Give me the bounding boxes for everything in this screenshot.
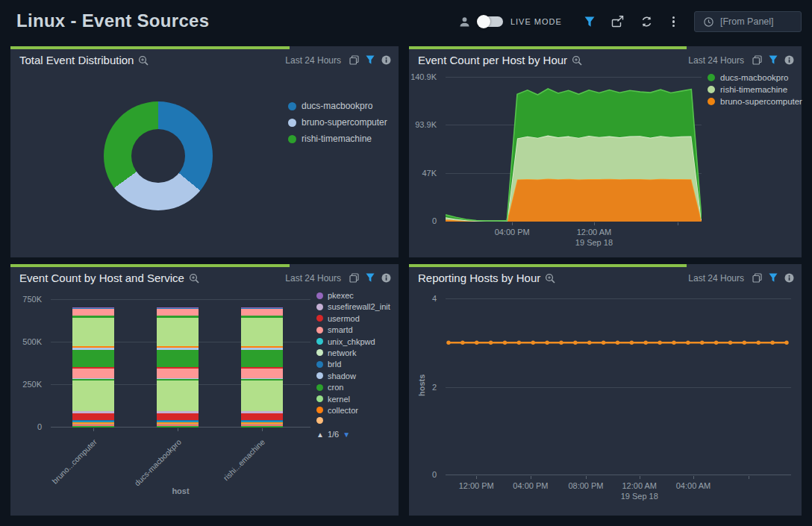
legend-item[interactable]: unix_chkpwd <box>316 337 396 346</box>
zoom-icon[interactable] <box>189 273 199 284</box>
legend-item[interactable]: usermod <box>316 314 396 323</box>
legend-item[interactable]: rishi-timemachine <box>288 134 387 144</box>
x-tick-mark <box>178 428 178 431</box>
info-icon[interactable] <box>381 55 391 65</box>
user-icon[interactable] <box>459 16 470 28</box>
legend-item[interactable]: cron <box>316 383 396 392</box>
copy-icon[interactable] <box>349 55 359 65</box>
x-tick-label: 08:00 PM <box>568 481 603 490</box>
legend-item[interactable]: ducs-macbookpro <box>288 101 387 111</box>
zoom-icon[interactable] <box>545 273 555 284</box>
donut-chart[interactable] <box>104 101 213 210</box>
refresh-icon[interactable] <box>640 16 653 28</box>
legend-swatch <box>288 102 296 110</box>
bar-segment <box>72 369 114 378</box>
bar-segment <box>157 350 199 367</box>
legend-item[interactable]: smartd <box>316 325 396 334</box>
x-tick-label: rishi...emachine <box>222 437 266 482</box>
filter-icon[interactable] <box>769 55 778 65</box>
legend-item[interactable]: bruno-supercomputer <box>288 117 387 128</box>
legend-label: susefirewall2_init <box>328 302 390 311</box>
stacked-bar[interactable] <box>72 307 114 428</box>
legend-swatch <box>316 395 323 402</box>
panel-accent-bar <box>10 46 290 49</box>
panel-total-event-distribution: Total Event Distribution Last 24 Hours d… <box>10 46 399 257</box>
copy-icon[interactable] <box>752 273 762 283</box>
legend-item[interactable]: kernel <box>316 395 396 404</box>
legend-label: collector <box>328 406 358 415</box>
gridline <box>51 299 310 300</box>
legend-item[interactable]: pkexec <box>316 291 396 300</box>
legend-label: usermod <box>328 314 360 323</box>
bar-segment <box>157 413 199 420</box>
y-axis: 750K500K250K0 <box>10 299 46 428</box>
time-range-value: [From Panel] <box>720 16 774 27</box>
filter-icon[interactable] <box>366 273 375 283</box>
legend-swatch <box>708 74 715 81</box>
y-tick-label: 2 <box>432 383 437 392</box>
legend-item[interactable]: network <box>316 348 396 357</box>
legend-label: ducs-macbookpro <box>720 73 788 82</box>
legend-item[interactable]: brld <box>316 360 396 369</box>
bar-segment <box>241 381 283 411</box>
share-icon[interactable] <box>611 16 624 28</box>
zoom-icon[interactable] <box>572 55 582 66</box>
legend-page-down-icon[interactable]: ▼ <box>343 430 350 439</box>
x-tick-mark <box>531 476 531 479</box>
legend-page-up-icon[interactable]: ▲ <box>316 430 324 439</box>
legend-swatch <box>316 349 323 356</box>
time-range-label: Last 24 Hours <box>688 273 744 284</box>
live-mode-toggle[interactable] <box>478 16 503 27</box>
stacked-area-chart[interactable] <box>446 77 702 222</box>
legend-swatch <box>316 338 323 345</box>
stacked-bar[interactable] <box>241 307 283 428</box>
bar-segment <box>241 369 283 378</box>
legend-swatch <box>288 119 296 127</box>
legend-item[interactable]: ducs-macbookpro <box>708 73 802 82</box>
y-tick-label: 140.9K <box>410 72 437 81</box>
copy-icon[interactable] <box>752 55 762 65</box>
bar-segment <box>72 309 114 316</box>
legend-label: smartd <box>328 325 353 334</box>
bar-segment <box>72 318 114 346</box>
legend-item[interactable]: collector <box>316 406 396 415</box>
time-range-selector[interactable]: [From Panel] <box>694 11 802 32</box>
legend-item[interactable]: susefirewall2_init <box>316 302 396 311</box>
legend-label: unix_chkpwd <box>328 337 375 346</box>
legend-label: pkexec <box>328 291 354 300</box>
legend-item[interactable]: shadow <box>316 372 396 381</box>
filter-icon[interactable] <box>584 16 595 28</box>
info-icon[interactable] <box>784 273 794 283</box>
stacked-bar[interactable] <box>157 307 199 428</box>
y-tick-label: 250K <box>22 380 42 389</box>
bar-segment <box>157 369 199 378</box>
x-tick-mark <box>594 222 595 225</box>
stacked-bar-chart[interactable] <box>51 299 310 428</box>
filter-icon[interactable] <box>769 273 778 283</box>
x-axis: 12:00 PM04:00 PM08:00 PM12:00 AM19 Sep 1… <box>446 476 791 506</box>
x-tick-mark <box>93 428 94 431</box>
x-tick-mark <box>476 476 477 479</box>
x-tick-label: ducs-macbookpro <box>132 437 183 488</box>
filter-icon[interactable] <box>366 55 375 65</box>
y-tick-label: 47K <box>422 169 437 178</box>
legend-item[interactable]: rishi-timemachine <box>708 85 802 94</box>
panel-reporting-hosts: Reporting Hosts by Hour Last 24 Hours ho… <box>409 264 802 516</box>
legend-item[interactable]: bruno-supercomputer <box>708 97 802 106</box>
bar-segment <box>72 426 114 428</box>
info-icon[interactable] <box>784 55 794 65</box>
legend-label: cron <box>328 383 343 392</box>
bar-segment <box>157 426 199 428</box>
more-menu-icon[interactable] <box>669 15 678 29</box>
legend-swatch <box>316 407 323 413</box>
legend-item[interactable] <box>316 417 396 424</box>
info-icon[interactable] <box>381 273 391 283</box>
bar-segment <box>241 318 283 346</box>
y-tick-label: 4 <box>432 294 437 303</box>
line-chart[interactable] <box>446 298 791 475</box>
panel-title: Event Count per Host by Hour <box>418 54 567 66</box>
live-mode-label: LIVE MODE <box>510 17 562 26</box>
app-header: Linux - Event Sources LIVE MODE [From Pa… <box>0 0 812 42</box>
copy-icon[interactable] <box>349 273 359 283</box>
zoom-icon[interactable] <box>138 55 149 66</box>
